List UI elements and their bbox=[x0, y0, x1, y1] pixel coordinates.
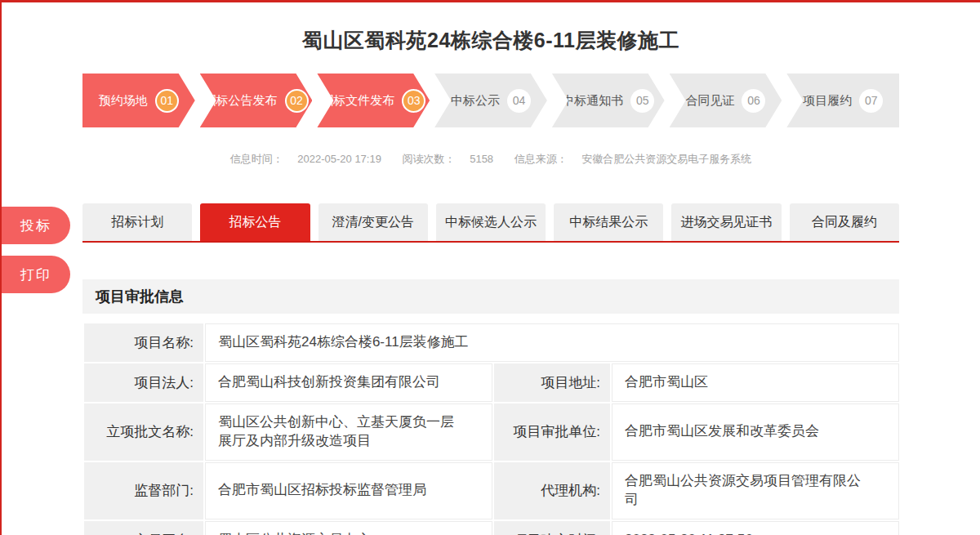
step-number-badge: 05 bbox=[630, 89, 654, 113]
field-value-project-name: 蜀山区蜀科苑24栋综合楼6-11层装修施工 bbox=[205, 323, 899, 362]
print-button[interactable]: 打印 bbox=[2, 256, 70, 293]
step-number-badge: 03 bbox=[402, 89, 425, 113]
step-label: 中标通知书 bbox=[562, 93, 623, 109]
info-source-label: 信息来源： bbox=[514, 153, 568, 165]
table-row: 项目法人: 合肥蜀山科技创新投资集团有限公司 项目地址: 合肥市蜀山区 bbox=[84, 363, 899, 402]
step-label: 招标文件发布 bbox=[321, 93, 394, 109]
field-value-legal-entity: 合肥蜀山科技创新投资集团有限公司 bbox=[205, 363, 492, 402]
tab-result-publicity[interactable]: 中标结果公示 bbox=[554, 203, 663, 241]
step-number-badge: 07 bbox=[859, 89, 883, 113]
detail-tabs: 招标计划 招标公告 澄清/变更公告 中标候选人公示 中标结果公示 进场交易见证书… bbox=[82, 203, 899, 243]
info-time-value: 2022-05-20 17:19 bbox=[297, 153, 381, 165]
field-value-project-created-time: 2022-05-20 11:27:56 bbox=[612, 521, 899, 535]
approval-info-table: 项目名称: 蜀山区蜀科苑24栋综合楼6-11层装修施工 项目法人: 合肥蜀山科技… bbox=[82, 322, 901, 535]
field-label-project-address: 项目地址: bbox=[494, 363, 610, 402]
step-number-badge: 02 bbox=[285, 89, 309, 113]
step-label: 合同见证 bbox=[685, 93, 734, 109]
step-tender-documents: 招标文件发布 03 bbox=[317, 74, 430, 127]
info-meta-line: 信息时间： 2022-05-20 17:19 阅读次数： 5158 信息来源： … bbox=[82, 152, 899, 167]
field-label-agency: 代理机构: bbox=[494, 462, 610, 519]
step-number-badge: 06 bbox=[742, 89, 765, 113]
project-detail-page: 蜀山区蜀科苑24栋综合楼6-11层装修施工 预约场地 01 招标公告发布 02 … bbox=[0, 0, 980, 535]
tab-candidate-publicity[interactable]: 中标候选人公示 bbox=[436, 203, 546, 241]
page-title: 蜀山区蜀科苑24栋综合楼6-11层装修施工 bbox=[2, 2, 980, 54]
step-winner-publicity: 中标公示 04 bbox=[434, 74, 547, 127]
field-value-approval-doc-name: 蜀山区公共创新中心、立基天厦负一层展厅及内部升级改造项目 bbox=[205, 403, 492, 461]
info-time-label: 信息时间： bbox=[230, 153, 283, 165]
section-header-approval-info: 项目审批信息 bbox=[82, 279, 899, 314]
field-label-supervision-dept: 监督部门: bbox=[84, 462, 203, 519]
tab-contract-performance[interactable]: 合同及履约 bbox=[790, 203, 899, 241]
step-label: 中标公示 bbox=[451, 93, 500, 109]
table-row: 立项批文名称: 蜀山区公共创新中心、立基天厦负一层展厅及内部升级改造项目 项目审… bbox=[84, 403, 899, 461]
table-row: 监督部门: 合肥市蜀山区招标投标监督管理局 代理机构: 合肥蜀山公共资源交易项目… bbox=[84, 462, 899, 519]
info-source-value: 安徽合肥公共资源交易电子服务系统 bbox=[581, 153, 751, 165]
step-contract-witness: 合同见证 06 bbox=[670, 74, 782, 127]
step-label: 项目履约 bbox=[803, 93, 852, 109]
step-tender-announcement: 招标公告发布 02 bbox=[200, 74, 313, 127]
step-number-badge: 04 bbox=[507, 89, 531, 113]
table-row: 交易平台: 蜀山区公共资源交易中心 项目建立时间: 2022-05-20 11:… bbox=[84, 521, 899, 535]
tab-clarification-change[interactable]: 澄清/变更公告 bbox=[318, 203, 428, 241]
table-row: 项目名称: 蜀山区蜀科苑24栋综合楼6-11层装修施工 bbox=[84, 323, 899, 362]
tab-tender-plan[interactable]: 招标计划 bbox=[82, 203, 192, 241]
field-label-approval-doc-name: 立项批文名称: bbox=[84, 403, 203, 461]
info-views-label: 阅读次数： bbox=[403, 153, 456, 165]
field-value-trading-platform: 蜀山区公共资源交易中心 bbox=[205, 521, 492, 535]
step-award-notice: 中标通知书 05 bbox=[552, 74, 665, 127]
step-reserve-venue: 预约场地 01 bbox=[82, 74, 195, 127]
step-label: 预约场地 bbox=[99, 93, 148, 109]
field-value-agency: 合肥蜀山公共资源交易项目管理有限公司 bbox=[612, 462, 899, 519]
step-label: 招标公告发布 bbox=[204, 93, 278, 109]
tab-tender-announcement[interactable]: 招标公告 bbox=[200, 203, 310, 241]
field-value-approval-unit: 合肥市蜀山区发展和改革委员会 bbox=[612, 403, 899, 461]
progress-steps: 预约场地 01 招标公告发布 02 招标文件发布 03 中标公示 04 中标通知… bbox=[82, 74, 899, 127]
tab-entry-witness[interactable]: 进场交易见证书 bbox=[671, 203, 781, 241]
info-views-value: 5158 bbox=[470, 153, 493, 165]
step-number-badge: 01 bbox=[155, 89, 179, 113]
section-title: 项目审批信息 bbox=[96, 287, 184, 306]
field-value-supervision-dept: 合肥市蜀山区招标投标监督管理局 bbox=[205, 462, 492, 519]
bid-button[interactable]: 投标 bbox=[2, 207, 70, 244]
field-label-project-created-time: 项目建立时间: bbox=[494, 521, 610, 535]
field-label-legal-entity: 项目法人: bbox=[84, 363, 203, 402]
field-value-project-address: 合肥市蜀山区 bbox=[612, 363, 899, 402]
field-label-trading-platform: 交易平台: bbox=[84, 521, 203, 535]
field-label-project-name: 项目名称: bbox=[84, 323, 203, 362]
field-label-approval-unit: 项目审批单位: bbox=[494, 403, 610, 461]
step-project-performance: 项目履约 07 bbox=[786, 74, 899, 127]
